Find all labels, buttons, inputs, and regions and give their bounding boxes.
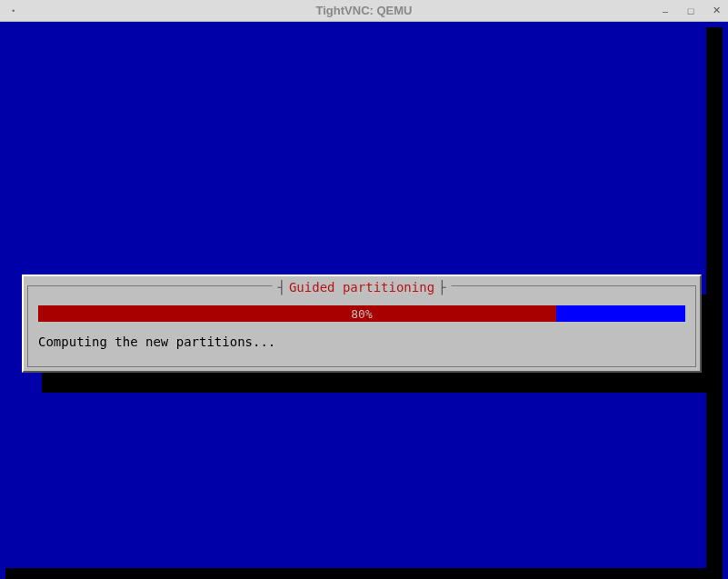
close-button[interactable]: ✕ (712, 6, 721, 15)
progress-dialog: ┤ Guided partitioning ├ 80% Computing th… (22, 275, 702, 373)
window-controls: – □ ✕ (661, 6, 721, 15)
minimize-button[interactable]: – (661, 6, 670, 15)
window-menu-icon[interactable]: ▪ (7, 5, 20, 17)
dialog-title: ┤ Guided partitioning ├ (272, 280, 451, 294)
vnc-viewport[interactable]: ┤ Guided partitioning ├ 80% Computing th… (5, 27, 723, 579)
progress-fill (38, 305, 556, 322)
progress-bar: 80% (38, 305, 685, 322)
titlebar[interactable]: ▪ TightVNC: QEMU – □ ✕ (0, 0, 728, 22)
vnc-window: ▪ TightVNC: QEMU – □ ✕ ┤ Guided partitio… (0, 0, 728, 579)
dialog-border (27, 285, 696, 367)
status-message: Computing the new partitions... (38, 334, 275, 349)
window-title: TightVNC: QEMU (316, 4, 413, 17)
viewport-bottom-border (5, 568, 723, 579)
title-decoration-left: ┤ (277, 280, 284, 294)
content-area: ┤ Guided partitioning ├ 80% Computing th… (0, 22, 728, 579)
dialog-title-text: Guided partitioning (289, 280, 434, 294)
title-decoration-right: ├ (438, 280, 445, 294)
maximize-button[interactable]: □ (686, 6, 695, 15)
progress-percent-label: 80% (351, 307, 372, 321)
